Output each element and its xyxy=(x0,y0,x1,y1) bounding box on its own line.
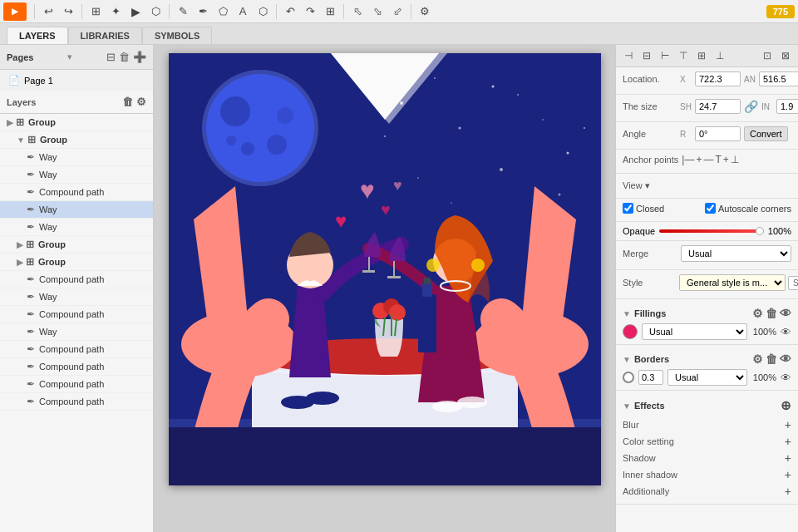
border-color-preview[interactable] xyxy=(623,372,634,383)
layers-delete-icon[interactable]: 🗑 xyxy=(122,96,133,108)
shape-tool[interactable]: ⬠ xyxy=(214,2,232,21)
fillings-delete-icon[interactable]: 🗑 xyxy=(766,307,777,320)
sh-input[interactable] xyxy=(695,99,741,114)
closed-checkbox[interactable] xyxy=(623,203,633,214)
node-tool[interactable]: ⬡ xyxy=(146,2,165,21)
border-type-select[interactable]: Usual xyxy=(667,369,747,386)
merge-select[interactable]: Usual xyxy=(681,245,791,262)
anchor-line-icon[interactable]: |— xyxy=(682,154,694,165)
shadow-label: Shadow xyxy=(623,453,656,463)
view-label[interactable]: View ▾ xyxy=(623,180,650,191)
layer-way-4[interactable]: ✒ Way xyxy=(0,219,153,236)
anchor-minus-icon[interactable]: — xyxy=(703,154,713,165)
layer-group-3[interactable]: ▶ ⊞ Group xyxy=(0,236,153,254)
pages-delete-icon[interactable]: 🗑 xyxy=(119,51,130,63)
import-button[interactable]: ⬂ xyxy=(368,2,387,21)
shadow-add-icon[interactable]: + xyxy=(785,451,791,465)
layer-way-2[interactable]: ✒ Way xyxy=(0,166,153,184)
canvas[interactable]: ♥ ♥ ♥ ♥ xyxy=(169,53,601,485)
zoom-button[interactable]: ⬃ xyxy=(388,2,406,21)
fillings-eye-icon[interactable]: 👁 xyxy=(780,307,791,320)
anchor-plus-icon[interactable]: + xyxy=(696,154,702,165)
lock-icon[interactable]: 🔗 xyxy=(744,100,758,113)
align-top-btn[interactable]: ⊤ xyxy=(675,47,692,64)
blur-add-icon[interactable]: + xyxy=(785,418,791,431)
distribute-h-btn[interactable]: ⊡ xyxy=(759,47,776,64)
borders-eye-icon[interactable]: 👁 xyxy=(780,352,791,366)
pages-label: Pages xyxy=(7,52,33,62)
layer-group-2[interactable]: ▼ ⊞ Group xyxy=(0,131,153,149)
snap-button[interactable]: ✦ xyxy=(106,2,125,21)
color-setting-add-icon[interactable]: + xyxy=(785,435,791,448)
copy-button[interactable]: ⊞ xyxy=(321,2,339,21)
border-width-input[interactable] xyxy=(638,370,663,385)
anchor-plus2-icon[interactable]: + xyxy=(723,154,729,165)
page-1-item[interactable]: 📄 Page 1 xyxy=(0,70,153,91)
anchor-cross-icon[interactable]: T xyxy=(715,154,721,165)
effects-header[interactable]: ▼ Effects ⊕ xyxy=(623,395,791,416)
pages-add-icon[interactable]: ➕ xyxy=(133,51,146,63)
redo2-button[interactable]: ↷ xyxy=(301,2,319,21)
borders-settings-icon[interactable]: ⚙ xyxy=(752,352,763,366)
pen-tool[interactable]: ✎ xyxy=(174,2,192,21)
layer-way-3[interactable]: ✒ Way xyxy=(0,201,153,219)
select-tool[interactable]: ▶ xyxy=(126,2,145,21)
distribute-v-btn[interactable]: ⊠ xyxy=(777,47,794,64)
align-right-btn[interactable]: ⊢ xyxy=(657,47,673,64)
tab-libraries[interactable]: LIBRARIES xyxy=(68,27,142,44)
export-button[interactable]: ⬁ xyxy=(348,2,367,21)
text-tool[interactable]: A xyxy=(234,2,252,21)
opaque-slider[interactable] xyxy=(659,229,764,233)
settings-button[interactable]: ⚙ xyxy=(416,2,434,21)
layer-way-5[interactable]: ✒ Way xyxy=(0,288,153,306)
borders-header[interactable]: ▼ Borders ⚙ 🗑 👁 xyxy=(623,349,791,369)
layer-compound-7[interactable]: ✒ Compound path xyxy=(0,393,153,411)
layers-options-icon[interactable]: ⚙ xyxy=(136,96,146,108)
fillings-header[interactable]: ▼ Fillings ⚙ 🗑 👁 xyxy=(623,303,791,323)
layer-group-1[interactable]: ▶ ⊞ Group xyxy=(0,114,153,131)
layer-compound-4[interactable]: ✒ Compound path xyxy=(0,341,153,358)
border-eye-icon[interactable]: 👁 xyxy=(781,372,791,384)
layer-compound-3[interactable]: ✒ Compound path xyxy=(0,306,153,323)
fill-type-select[interactable]: Usual xyxy=(642,323,747,340)
layer-group-4[interactable]: ▶ ⊞ Group xyxy=(0,254,153,271)
x-input[interactable] xyxy=(695,71,741,86)
layer-compound-1[interactable]: ✒ Compound path xyxy=(0,184,153,201)
style-select[interactable]: General style is m... xyxy=(679,274,786,291)
layer-way-1[interactable]: ✒ Way xyxy=(0,149,153,166)
layer-way-6[interactable]: ✒ Way xyxy=(0,323,153,341)
fillings-settings-icon[interactable]: ⚙ xyxy=(752,307,763,320)
tab-layers[interactable]: LAYERS xyxy=(7,27,68,44)
layer-compound-5[interactable]: ✒ Compound path xyxy=(0,358,153,376)
redo-button[interactable]: ↪ xyxy=(59,2,77,21)
undo-button[interactable]: ↩ xyxy=(39,2,57,21)
fill-color-preview[interactable] xyxy=(623,324,638,339)
undo2-button[interactable]: ↶ xyxy=(281,2,299,21)
additionally-add-icon[interactable]: + xyxy=(785,485,791,498)
inner-shadow-add-icon[interactable]: + xyxy=(785,468,791,481)
angle-input[interactable] xyxy=(695,126,741,141)
align-bottom-btn[interactable]: ⊥ xyxy=(712,47,728,64)
effects-add-icon[interactable]: ⊕ xyxy=(781,398,791,413)
pages-dropdown[interactable]: ▾ xyxy=(67,52,72,62)
opaque-thumb[interactable] xyxy=(756,227,764,235)
align-center-h-btn[interactable]: ⊞ xyxy=(693,47,710,64)
fill-eye-icon[interactable]: 👁 xyxy=(781,326,791,338)
sync-button[interactable]: Synchrono xyxy=(788,276,798,290)
align-center-v-btn[interactable]: ⊟ xyxy=(638,47,655,64)
tab-symbols[interactable]: SYMBOLS xyxy=(142,27,212,44)
grid-button[interactable]: ⊞ xyxy=(86,2,105,21)
borders-delete-icon[interactable]: 🗑 xyxy=(766,352,777,366)
convert-button[interactable]: Convert xyxy=(744,126,788,141)
pencil-tool[interactable]: ✒ xyxy=(194,2,212,21)
an-input[interactable] xyxy=(759,71,798,86)
align-left-btn[interactable]: ⊣ xyxy=(620,47,637,64)
layer-compound-6[interactable]: ✒ Compound path xyxy=(0,376,153,393)
layer-compound-2[interactable]: ✒ Compound path xyxy=(0,271,153,288)
image-tool[interactable]: ⬡ xyxy=(254,2,272,21)
pages-grid-icon[interactable]: ⊟ xyxy=(106,51,116,63)
anchor-dash-icon[interactable]: ⊥ xyxy=(731,154,739,165)
canvas-area[interactable]: ♥ ♥ ♥ ♥ xyxy=(154,45,615,532)
in-input[interactable] xyxy=(776,99,798,114)
autoscale-checkbox[interactable] xyxy=(705,203,716,214)
